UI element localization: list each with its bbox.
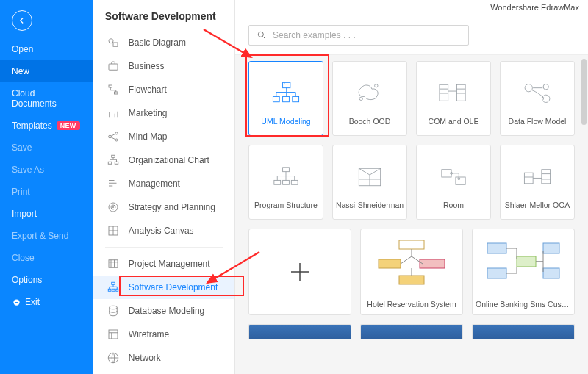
type-card-data-flow-model[interactable]: Data Flow Model	[500, 61, 575, 136]
scrollbar-thumb[interactable]	[581, 59, 587, 125]
target-icon	[107, 201, 120, 214]
category-divider	[105, 247, 223, 248]
svg-rect-32	[440, 84, 448, 101]
progstruct-icon	[254, 153, 318, 201]
svg-rect-42	[442, 170, 451, 177]
category-item-analysis-canvas[interactable]: Analysis Canvas	[93, 219, 234, 242]
content-panel: UML ModelingBooch OODCOM and OLEData Flo…	[235, 54, 588, 374]
sidebar-item-label: Templates	[12, 121, 52, 131]
search-box[interactable]	[248, 25, 469, 46]
category-item-project-management[interactable]: Project Management	[93, 252, 234, 276]
project-icon	[107, 257, 120, 270]
net-icon	[107, 351, 120, 364]
room-icon	[421, 153, 486, 201]
sidebar-item-label: New	[12, 66, 29, 76]
category-item-mind-map[interactable]: Mind Map	[93, 125, 234, 148]
svg-rect-43	[456, 177, 465, 184]
svg-rect-10	[112, 155, 115, 157]
category-item-marketing[interactable]: Marketing	[93, 101, 234, 125]
svg-rect-19	[108, 289, 111, 291]
svg-rect-18	[112, 282, 115, 284]
example-strip-cut	[248, 324, 575, 339]
category-item-business[interactable]: Business	[93, 54, 234, 78]
svg-rect-51	[420, 259, 445, 268]
svg-rect-26	[283, 83, 290, 88]
svg-rect-39	[283, 181, 290, 185]
dataflow-icon	[505, 69, 570, 118]
file-menu-sidebar: OpenNewCloud DocumentsTemplatesNEWSaveSa…	[0, 0, 93, 374]
category-item-wireframe[interactable]: Wireframe	[93, 323, 234, 346]
category-item-organizational-chart[interactable]: Organizational Chart	[93, 148, 234, 172]
sidebar-item-import[interactable]: Import	[0, 203, 93, 225]
svg-rect-37	[283, 168, 290, 172]
diagram-thumbnail	[473, 229, 574, 295]
category-item-database-modeling[interactable]: Database Modeling	[93, 299, 234, 323]
type-card-program-structure[interactable]: Program Structure	[248, 145, 323, 220]
svg-rect-23	[109, 330, 118, 339]
svg-rect-6	[114, 92, 118, 94]
svg-point-9	[115, 139, 118, 141]
flow-icon	[107, 83, 120, 96]
category-item-basic-diagram[interactable]: Basic Diagram	[93, 31, 234, 54]
category-item-label: Marketing	[129, 108, 168, 118]
svg-rect-58	[543, 268, 559, 278]
sidebar-item-open[interactable]: Open	[0, 38, 93, 60]
category-item-flowchart[interactable]: Flowchart	[93, 78, 234, 101]
sidebar-item-label: Save	[12, 143, 32, 153]
nassi-icon	[337, 153, 402, 201]
svg-rect-38	[274, 181, 281, 185]
sidebar-item-exit[interactable]: Exit	[0, 291, 93, 313]
example-card-label: Online Banking Sms Customer	[473, 295, 574, 314]
category-item-label: Organizational Chart	[129, 155, 209, 165]
example-card-hotel-reservation-system[interactable]: Hotel Reservation System	[360, 229, 463, 315]
sidebar-item-save[interactable]: Save	[0, 137, 93, 159]
svg-rect-40	[291, 181, 298, 185]
search-input[interactable]	[273, 30, 461, 40]
sidebar-item-export-send[interactable]: Export & Send	[0, 225, 93, 247]
back-button[interactable]	[12, 10, 32, 31]
sidebar-item-label: Open	[12, 44, 33, 54]
category-item-software-development[interactable]: Software Development	[93, 276, 234, 299]
type-card-label: Nassi-Shneiderman	[336, 201, 404, 210]
category-item-electrical-engineering[interactable]: Electrical Engineering	[93, 370, 234, 374]
svg-rect-54	[487, 243, 506, 253]
svg-rect-5	[109, 85, 112, 87]
category-item-management[interactable]: Management	[93, 172, 234, 195]
example-grid: Hotel Reservation SystemOnline Banking S…	[248, 229, 575, 315]
type-card-label: UML Modeling	[261, 118, 310, 126]
svg-rect-20	[112, 289, 115, 291]
type-card-com-and-ole[interactable]: COM and OLE	[416, 61, 491, 136]
badge-new: NEW	[57, 121, 80, 130]
type-card-booch-ood[interactable]: Booch OOD	[332, 61, 407, 136]
category-item-network[interactable]: Network	[93, 346, 234, 370]
grid-icon	[107, 224, 120, 237]
svg-rect-49	[399, 240, 424, 249]
type-card-room[interactable]: Room	[416, 145, 491, 220]
example-card-label: Hotel Reservation System	[361, 295, 462, 314]
sidebar-item-new[interactable]: New	[0, 60, 93, 82]
example-card-blank[interactable]	[248, 229, 351, 315]
main-area: Wondershare EdrawMax UML ModelingBooch O…	[235, 0, 588, 374]
bars-icon	[107, 107, 120, 120]
sidebar-item-print[interactable]: Print	[0, 181, 93, 203]
svg-rect-47	[542, 170, 551, 184]
type-card-uml-modeling[interactable]: UML Modeling	[248, 61, 323, 136]
sidebar-item-close[interactable]: Close	[0, 247, 93, 269]
search-icon	[257, 30, 267, 40]
sidebar-item-label: Export & Send	[12, 231, 68, 241]
wire-icon	[107, 328, 120, 341]
sidebar-item-label: Save As	[12, 165, 44, 175]
type-card-nassi-shneiderman[interactable]: Nassi-Shneiderman	[332, 145, 407, 220]
category-item-label: Mind Map	[129, 132, 168, 142]
type-card-shlaer-mellor-ooa[interactable]: Shlaer-Mellor OOA	[500, 145, 575, 220]
svg-rect-1	[15, 302, 18, 303]
example-card-online-banking-sms-customer[interactable]: Online Banking Sms Customer	[472, 229, 575, 315]
category-item-label: Flowchart	[129, 84, 167, 95]
sidebar-item-templates[interactable]: TemplatesNEW	[0, 115, 93, 137]
sidebar-item-options[interactable]: Options	[0, 269, 93, 291]
category-item-strategy-and-planning[interactable]: Strategy and Planning	[93, 195, 234, 219]
sidebar-item-cloud-documents[interactable]: Cloud Documents	[0, 82, 93, 115]
sidebar-item-save-as[interactable]: Save As	[0, 159, 93, 181]
svg-point-25	[258, 32, 263, 37]
category-item-label: Wireframe	[129, 329, 169, 339]
